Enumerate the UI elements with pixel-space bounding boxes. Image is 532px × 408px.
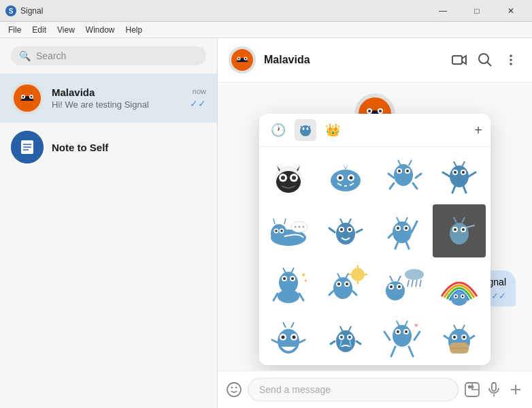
svg-rect-19 xyxy=(452,56,462,64)
sticker-tab-recent[interactable]: 🕐 xyxy=(267,119,289,141)
chat-area: Malavida xyxy=(218,38,532,408)
chat-messages: g Signal now ✓✓ 🕐 xyxy=(218,82,532,371)
svg-point-51 xyxy=(406,170,409,172)
svg-point-98 xyxy=(337,283,340,285)
menu-view[interactable]: View xyxy=(52,22,80,37)
sticker-5[interactable] xyxy=(262,204,315,257)
svg-point-164 xyxy=(471,386,473,388)
svg-line-101 xyxy=(408,280,409,287)
svg-line-21 xyxy=(487,62,491,66)
svg-point-61 xyxy=(275,230,278,232)
menu-window[interactable]: Window xyxy=(80,22,120,37)
message-input[interactable] xyxy=(248,378,459,401)
svg-point-52 xyxy=(450,166,469,187)
svg-point-71 xyxy=(348,228,351,231)
svg-point-58 xyxy=(271,224,287,243)
svg-point-76 xyxy=(405,227,408,230)
search-icon: 🔍 xyxy=(19,50,31,61)
svg-point-30 xyxy=(379,110,382,112)
search-chat-button[interactable] xyxy=(475,50,495,70)
svg-point-86 xyxy=(291,277,294,280)
svg-point-113 xyxy=(454,296,456,298)
svg-point-20 xyxy=(479,54,488,63)
sticker-4[interactable] xyxy=(433,150,486,203)
conversation-item-malavida[interactable]: Malavida Hi! We are testing Signal now ✓… xyxy=(0,74,217,123)
window-title: Signal xyxy=(20,6,427,16)
conv-info-malavida: Malavida Hi! We are testing Signal xyxy=(52,87,182,110)
menu-help[interactable]: Help xyxy=(120,22,148,37)
sticker-15[interactable]: ♥ xyxy=(376,313,429,365)
sticker-8[interactable] xyxy=(433,204,486,257)
sticker-3[interactable] xyxy=(376,150,429,203)
svg-point-114 xyxy=(461,296,463,298)
svg-point-40 xyxy=(331,170,361,191)
app-body: 🔍 Malav xyxy=(0,38,532,408)
svg-point-137 xyxy=(463,336,465,339)
sticker-2[interactable] xyxy=(319,150,372,203)
svg-point-56 xyxy=(462,171,465,174)
sticker-16[interactable] xyxy=(433,313,486,365)
svg-point-163 xyxy=(469,386,471,388)
sticker-grid: ✦ ✦ xyxy=(259,147,491,365)
sticker-6[interactable] xyxy=(319,204,372,257)
svg-point-130 xyxy=(397,330,399,333)
svg-point-105 xyxy=(386,281,405,300)
svg-point-18 xyxy=(245,58,246,59)
minimize-button[interactable]: — xyxy=(427,0,459,22)
search-input[interactable] xyxy=(36,50,198,61)
svg-point-75 xyxy=(397,227,399,230)
sidebar-header: 🔍 xyxy=(0,38,217,74)
svg-point-118 xyxy=(282,336,285,339)
svg-point-65 xyxy=(299,226,301,228)
sticker-button[interactable] xyxy=(464,381,480,398)
sticker-panel-header: 🕐 👑 + xyxy=(259,114,491,147)
svg-point-100 xyxy=(405,269,424,280)
sticker-9[interactable]: ✦ ✦ xyxy=(262,259,315,312)
svg-point-64 xyxy=(295,226,297,228)
sticker-add-button[interactable]: + xyxy=(474,123,482,138)
sticker-7[interactable] xyxy=(376,204,429,257)
chat-header-actions xyxy=(449,50,521,70)
svg-point-85 xyxy=(283,277,286,280)
search-box[interactable]: 🔍 xyxy=(11,46,206,65)
add-attachment-button[interactable] xyxy=(508,381,524,398)
conv-name-note-to-self: Note to Self xyxy=(52,142,206,153)
read-receipt-malavida: ✓✓ xyxy=(190,98,206,109)
svg-point-81 xyxy=(462,228,465,231)
svg-point-35 xyxy=(276,171,301,193)
conv-info-note-to-self: Note to Self xyxy=(52,142,206,153)
svg-line-104 xyxy=(420,280,421,287)
svg-point-17 xyxy=(238,58,239,59)
maximize-button[interactable]: □ xyxy=(461,0,493,22)
svg-point-72 xyxy=(393,221,412,243)
svg-point-90 xyxy=(351,268,365,281)
conversation-item-note-to-self[interactable]: Note to Self xyxy=(0,123,217,172)
video-call-button[interactable] xyxy=(449,50,469,70)
emoji-button[interactable] xyxy=(226,381,242,398)
sidebar: 🔍 Malav xyxy=(0,38,218,408)
menu-bar: File Edit View Window Help xyxy=(0,22,532,38)
svg-text:✦: ✦ xyxy=(303,278,308,284)
sticker-11[interactable] xyxy=(376,259,429,312)
sticker-13[interactable] xyxy=(262,313,315,365)
sticker-14[interactable] xyxy=(319,313,372,365)
sticker-tab-cat[interactable] xyxy=(295,119,316,141)
svg-point-77 xyxy=(450,223,469,245)
sticker-10[interactable] xyxy=(319,259,372,312)
sticker-1[interactable] xyxy=(262,150,315,203)
conv-preview-malavida: Hi! We are testing Signal xyxy=(52,99,182,110)
sticker-12[interactable] xyxy=(433,259,486,312)
svg-point-124 xyxy=(348,336,351,339)
svg-rect-45 xyxy=(342,183,344,189)
svg-point-95 xyxy=(333,277,352,299)
sticker-tab-crown[interactable]: 👑 xyxy=(322,119,344,141)
more-options-button[interactable] xyxy=(501,50,521,70)
voice-button[interactable] xyxy=(486,381,502,398)
svg-point-120 xyxy=(336,330,355,352)
chat-header-avatar xyxy=(229,46,256,74)
close-button[interactable]: ✕ xyxy=(495,0,527,22)
conv-name-malavida: Malavida xyxy=(52,87,182,98)
menu-file[interactable]: File xyxy=(3,22,27,37)
menu-edit[interactable]: Edit xyxy=(27,22,52,37)
svg-text:♥: ♥ xyxy=(414,321,418,329)
